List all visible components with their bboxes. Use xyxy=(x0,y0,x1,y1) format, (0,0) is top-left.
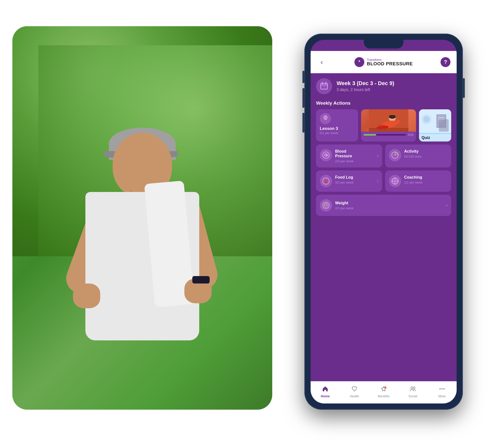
activity-title: Activity xyxy=(404,149,422,154)
exercise-card[interactable]: 3/10 xyxy=(361,109,416,141)
lesson-card[interactable]: Lesson 3 0/1 per week xyxy=(316,109,358,141)
activity-card[interactable]: Activity 95/150 mins xyxy=(385,144,451,167)
volume-down-button xyxy=(302,113,304,133)
quiz-label-area: Quiz xyxy=(419,134,451,141)
actions-top-row: Lesson 3 0/1 per week xyxy=(316,109,451,141)
back-button[interactable]: ‹ xyxy=(317,57,327,67)
svg-point-36 xyxy=(394,180,396,182)
blood-pressure-title: BloodPressure xyxy=(335,149,353,158)
nav-health[interactable]: Health xyxy=(345,386,364,398)
food-log-title: Food Log xyxy=(335,175,353,180)
coaching-info: Coaching 1/1 per week xyxy=(404,175,422,184)
svg-point-28 xyxy=(423,116,429,122)
week-subtitle: 3 days, 2 hours left xyxy=(337,88,394,92)
weight-subtitle: 2/3 per week xyxy=(335,206,353,210)
svg-point-40 xyxy=(397,181,398,182)
exercise-image xyxy=(361,109,416,132)
phone-device: ‹ Transform BLOOD PRESSURE xyxy=(285,34,483,417)
activity-icon xyxy=(389,149,401,161)
quiz-image-area xyxy=(419,109,451,134)
quiz-decoration xyxy=(439,119,449,132)
svg-point-33 xyxy=(324,180,328,183)
bottom-nav: Home Health xyxy=(311,381,457,403)
mute-button xyxy=(302,71,304,83)
coaching-title: Coaching xyxy=(404,175,422,180)
coaching-subtitle: 1/1 per week xyxy=(404,181,422,184)
nav-benefits[interactable]: + Benefits xyxy=(374,386,394,398)
coaching-card[interactable]: Coaching 1/1 per week xyxy=(385,170,451,192)
svg-point-38 xyxy=(395,183,396,184)
actions-grid: BloodPressure 2/3 per week › xyxy=(316,144,451,192)
progress-text: 3/10 xyxy=(408,133,414,137)
nav-more-label: More xyxy=(438,394,446,398)
nav-benefits-label: Benefits xyxy=(378,394,390,398)
svg-point-46 xyxy=(411,387,413,389)
social-icon xyxy=(410,386,416,394)
svg-point-9 xyxy=(325,117,326,118)
scene: ‹ Transform BLOOD PRESSURE xyxy=(12,14,483,434)
svg-point-0 xyxy=(359,60,360,62)
weight-card[interactable]: Weight 2/3 per week › xyxy=(316,195,451,216)
svg-point-20 xyxy=(389,115,396,119)
svg-point-39 xyxy=(392,181,393,182)
svg-point-43 xyxy=(325,205,326,206)
blood-pressure-card[interactable]: BloodPressure 2/3 per week › xyxy=(316,144,382,167)
svg-point-31 xyxy=(395,155,396,156)
quiz-card[interactable]: Quiz xyxy=(419,109,451,141)
app-logo xyxy=(354,57,364,67)
weekly-actions-title: Weekly Actions xyxy=(316,100,451,106)
more-icon xyxy=(439,386,445,394)
app-title: BLOOD PRESSURE xyxy=(367,61,413,66)
weight-info: Weight 2/3 per week xyxy=(335,201,353,210)
benefits-icon: + xyxy=(380,386,387,394)
blood-pressure-arrow: › xyxy=(377,153,378,159)
activity-subtitle: 95/150 mins xyxy=(404,155,422,158)
week-banner: Week 3 (Dec 3 - Dec 9) 3 days, 2 hours l… xyxy=(316,78,451,94)
blood-pressure-icon xyxy=(320,149,332,161)
lesson-icon xyxy=(320,113,331,124)
nav-home[interactable]: Home xyxy=(315,386,335,398)
nav-social[interactable]: Social xyxy=(403,386,423,398)
svg-point-50 xyxy=(444,388,445,389)
food-log-arrow: › xyxy=(377,178,378,184)
svg-text:+: + xyxy=(385,387,386,388)
help-button[interactable]: ? xyxy=(441,57,450,67)
progress-bar xyxy=(364,134,406,136)
lesson-title: Lesson 3 xyxy=(320,126,338,131)
phone-notch xyxy=(364,40,403,48)
week-icon xyxy=(316,78,332,94)
week-info: Week 3 (Dec 3 - Dec 9) 3 days, 2 hours l… xyxy=(337,80,394,92)
nav-health-label: Health xyxy=(350,394,359,398)
header-title: Transform BLOOD PRESSURE xyxy=(354,57,413,67)
svg-point-47 xyxy=(413,387,415,389)
weight-title: Weight xyxy=(335,201,353,205)
header-text: Transform BLOOD PRESSURE xyxy=(367,58,413,66)
fist-left xyxy=(73,283,100,308)
nav-more[interactable]: More xyxy=(432,386,452,398)
health-icon xyxy=(351,386,358,394)
person-photo xyxy=(12,26,272,410)
nav-social-label: Social xyxy=(408,394,417,398)
weight-arrow: › xyxy=(446,203,447,208)
home-icon xyxy=(322,386,328,394)
food-log-card[interactable]: Food Log 3/3 per week › xyxy=(316,170,382,192)
svg-rect-13 xyxy=(369,128,408,132)
app-body: Week 3 (Dec 3 - Dec 9) 3 days, 2 hours l… xyxy=(311,73,457,384)
power-button xyxy=(463,78,465,98)
blood-pressure-info: BloodPressure 2/3 per week xyxy=(335,149,353,163)
quiz-label: Quiz xyxy=(421,136,430,140)
food-log-info: Food Log 3/3 per week xyxy=(335,175,353,184)
watch xyxy=(192,276,210,283)
lesson-subtitle: 0/1 per week xyxy=(320,131,338,135)
svg-point-19 xyxy=(376,127,383,129)
svg-point-48 xyxy=(440,388,441,389)
phone-shell: ‹ Transform BLOOD PRESSURE xyxy=(304,34,463,410)
activity-info: Activity 95/150 mins xyxy=(404,149,422,158)
food-log-icon xyxy=(320,175,332,187)
coaching-icon xyxy=(389,175,401,187)
app-header: ‹ Transform BLOOD PRESSURE xyxy=(311,51,457,73)
weight-icon xyxy=(320,199,332,212)
svg-point-49 xyxy=(442,388,443,389)
blood-pressure-subtitle: 2/3 per week xyxy=(335,159,353,163)
phone-screen: ‹ Transform BLOOD PRESSURE xyxy=(311,40,457,403)
